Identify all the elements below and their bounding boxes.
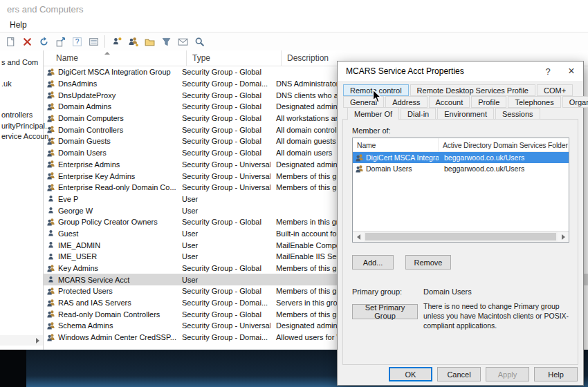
dialog-close-button[interactable]: ×	[560, 62, 583, 81]
cell-type: User	[176, 276, 270, 284]
tab-address[interactable]: Address	[385, 96, 427, 108]
scrollbar-thumb[interactable]	[365, 233, 556, 240]
tab-telephones[interactable]: Telephones	[508, 96, 560, 108]
object-name: IME_USER	[58, 252, 97, 261]
member-column-folder[interactable]: Active Directory Domain Services Folder	[439, 138, 569, 151]
remove-button[interactable]: Remove	[405, 255, 451, 270]
tab-strip-row2: GeneralAddressAccountProfileTelephonesOr…	[343, 96, 588, 108]
tree-horizontal-scrollbar[interactable]	[0, 335, 43, 346]
member-folder: beggarwood.co.uk/Users	[439, 164, 569, 173]
delete-icon[interactable]	[19, 34, 35, 49]
group-icon	[46, 149, 55, 158]
tab-com-[interactable]: COM+	[537, 84, 573, 96]
help-button[interactable]: Help	[534, 367, 578, 381]
object-name: Read-only Domain Controllers	[58, 310, 160, 319]
cell-type: Security Group - Universal	[176, 172, 270, 180]
object-name: Domain Users	[58, 149, 107, 157]
ok-button[interactable]: OK	[389, 367, 432, 381]
scroll-right-icon[interactable]	[32, 335, 43, 346]
cancel-button[interactable]: Cancel	[437, 367, 481, 381]
tab-organization[interactable]: Organization	[562, 96, 588, 108]
add-user-icon[interactable]	[109, 34, 124, 49]
new-document-icon[interactable]	[3, 34, 18, 49]
member-row[interactable]: Domain Usersbeggarwood.co.uk/Users	[353, 163, 569, 174]
sort-ascending-icon	[104, 52, 110, 55]
cell-name: Group Policy Creator Owners	[44, 218, 176, 227]
export-list-icon[interactable]	[53, 34, 68, 49]
member-column-name[interactable]: Name	[353, 138, 439, 151]
object-name: Domain Controllers	[58, 126, 123, 134]
group-icon	[355, 153, 364, 162]
help-icon[interactable]: ?	[69, 34, 84, 49]
cell-type: Security Group - Global	[176, 102, 270, 111]
tab-sessions[interactable]: Sessions	[495, 108, 540, 120]
object-name: RAS and IAS Servers	[58, 299, 131, 307]
tab-environment[interactable]: Environment	[437, 108, 494, 120]
cell-name: Enterprise Admins	[44, 160, 176, 169]
cell-name: Eve P	[44, 194, 176, 203]
column-header-name[interactable]: Name	[44, 50, 187, 66]
object-name: IME_ADMIN	[58, 241, 100, 249]
tree-item[interactable]: urityPrincipal...	[1, 122, 51, 130]
set-filter-icon[interactable]	[158, 34, 174, 49]
user-icon	[46, 229, 55, 238]
cell-name: Domain Users	[44, 149, 176, 158]
object-name: Domain Computers	[58, 114, 124, 122]
tab-remote-desktop-services-profile[interactable]: Remote Desktop Services Profile	[410, 84, 535, 96]
scroll-left-icon[interactable]	[353, 232, 364, 242]
group-icon	[355, 164, 364, 173]
column-header-type[interactable]: Type	[187, 50, 282, 66]
group-icon	[46, 310, 55, 319]
tab-strip-row3: Member OfDial-inEnvironmentSessions	[347, 108, 540, 120]
menu-help[interactable]: Help	[6, 19, 31, 31]
tab-dial-in[interactable]: Dial-in	[401, 108, 436, 120]
dialog-help-button[interactable]: ?	[536, 62, 560, 81]
add-group-icon[interactable]	[125, 34, 140, 49]
tree-item[interactable]: ontrollers	[1, 111, 33, 119]
send-mail-icon[interactable]	[175, 34, 190, 49]
refresh-icon[interactable]	[36, 34, 51, 49]
cell-type: Security Group - Global	[176, 114, 270, 122]
cell-name: Read-only Domain Controllers	[44, 310, 176, 319]
find-icon[interactable]	[192, 34, 207, 49]
user-icon	[46, 252, 55, 261]
group-icon	[46, 321, 55, 330]
object-name: Eve P	[58, 195, 78, 203]
object-name: Protected Users	[58, 287, 113, 295]
add-ou-icon[interactable]	[142, 34, 157, 49]
tab-member-of[interactable]: Member Of	[347, 107, 399, 120]
cell-type: Security Group - Universal	[176, 183, 270, 191]
member-list-scrollbar[interactable]	[353, 231, 569, 242]
member-row[interactable]: DigiCert MSCA Integration ...beggarwood.…	[353, 152, 569, 163]
cell-name: Enterprise Read-only Domain Co...	[44, 183, 176, 192]
group-icon	[46, 333, 55, 342]
add-button[interactable]: Add...	[352, 255, 394, 270]
tab-profile[interactable]: Profile	[471, 96, 506, 108]
group-icon	[46, 264, 55, 273]
tree-item[interactable]: .uk	[1, 79, 12, 88]
svg-text:?: ?	[75, 38, 79, 46]
set-primary-group-button[interactable]: Set Primary Group	[352, 304, 418, 319]
apply-button[interactable]: Apply	[486, 367, 529, 381]
group-icon	[46, 287, 55, 296]
cell-name: Key Admins	[44, 264, 176, 273]
user-icon	[46, 275, 55, 284]
dialog-title: MCARS Service Acct Properties	[346, 66, 536, 76]
scroll-right-icon[interactable]	[558, 232, 569, 242]
object-name: MCARS Service Acct	[58, 276, 129, 284]
tree-item[interactable]: ervice Accoun...	[1, 132, 55, 140]
tab-remote-control[interactable]: Remote control	[343, 84, 409, 96]
cell-type: Security Group - Global	[176, 149, 270, 157]
user-icon	[46, 194, 55, 203]
dialog-button-row: OKCancelApplyHelp	[338, 367, 583, 381]
tab-account[interactable]: Account	[429, 96, 470, 108]
tab-general[interactable]: General	[343, 96, 384, 108]
object-name: George W	[58, 207, 93, 215]
view-list-icon[interactable]	[86, 34, 101, 49]
tree-item[interactable]: s and Com	[1, 58, 38, 66]
object-name: Enterprise Read-only Domain Co...	[58, 183, 176, 191]
cell-type: Security Group - Domai...	[176, 333, 270, 341]
cell-type: Security Group - Global	[176, 264, 270, 272]
cell-type: User	[176, 241, 270, 249]
console-tree-pane: s and Com.ukontrollersurityPrincipal...e…	[0, 50, 44, 350]
